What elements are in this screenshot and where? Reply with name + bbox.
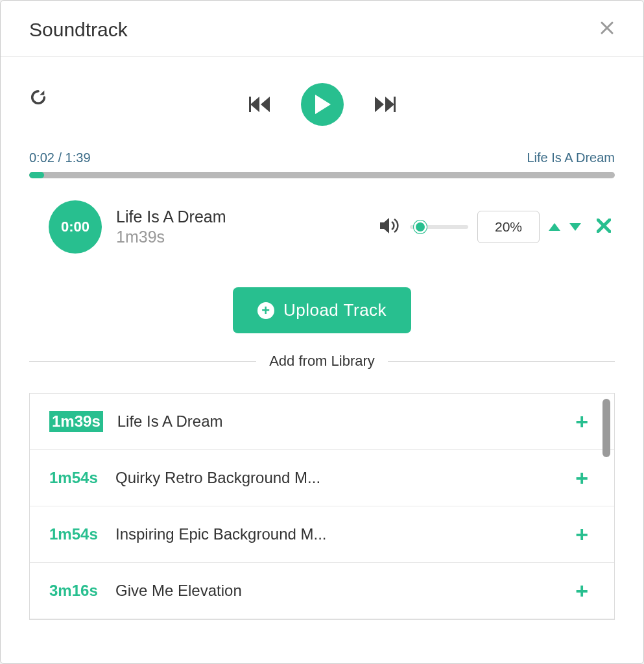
library-item[interactable]: 1m39s Life Is A Dream + [30, 394, 614, 450]
library-item-title: Life Is A Dream [117, 412, 561, 431]
volume-thumb[interactable] [414, 220, 427, 233]
library-heading: Add from Library [29, 353, 615, 370]
progress-fill [29, 172, 44, 178]
library-item-duration: 3m16s [49, 582, 101, 600]
add-track-icon[interactable]: + [575, 410, 588, 433]
skip-forward-icon[interactable] [374, 95, 396, 113]
library-item-title: Give Me Elevation [115, 582, 561, 600]
library-item[interactable]: 1m54s Quirky Retro Background M... + [30, 450, 614, 506]
library-item-duration: 1m54s [49, 469, 101, 487]
upload-track-label: Upload Track [283, 300, 387, 320]
library-item-title: Quirky Retro Background M... [115, 469, 561, 487]
close-icon[interactable] [599, 19, 615, 40]
current-track-row: 0:00 Life Is A Dream 1m39s [29, 200, 615, 254]
move-down-icon[interactable] [569, 223, 581, 231]
svg-rect-0 [249, 97, 251, 112]
volume-icon[interactable] [380, 217, 401, 237]
playback-time: 0:02 / 1:39 [29, 150, 91, 165]
skip-back-icon[interactable] [249, 95, 271, 113]
library-item[interactable]: 3m16s Give Me Elevation + [30, 563, 614, 619]
track-title: Life Is A Dream [116, 208, 226, 226]
library-item-title: Inspiring Epic Background M... [115, 525, 561, 543]
progress-bar[interactable] [29, 172, 615, 178]
track-duration: 1m39s [116, 228, 226, 246]
soundtrack-panel: Soundtrack 0:02 / 1:39 Life Is A Dream [0, 0, 644, 664]
track-start-time-badge[interactable]: 0:00 [49, 200, 102, 254]
reload-icon[interactable] [29, 88, 47, 109]
player-section: 0:02 / 1:39 Life Is A Dream 0:00 Life Is… [1, 57, 643, 333]
scrollbar-thumb[interactable] [602, 399, 610, 457]
now-playing-title: Life Is A Dream [527, 150, 615, 165]
volume-group [380, 211, 615, 243]
panel-header: Soundtrack [1, 1, 643, 57]
add-track-icon[interactable]: + [575, 523, 588, 545]
library-list[interactable]: 1m39s Life Is A Dream + 1m54s Quirky Ret… [29, 393, 615, 620]
time-row: 0:02 / 1:39 Life Is A Dream [29, 150, 615, 165]
transport-controls [29, 83, 615, 126]
svg-rect-1 [394, 97, 396, 112]
library-heading-label: Add from Library [269, 353, 375, 370]
play-button[interactable] [301, 83, 344, 126]
library-item-duration: 1m54s [49, 525, 101, 543]
volume-input[interactable] [477, 211, 540, 243]
panel-title: Soundtrack [29, 19, 128, 41]
volume-slider[interactable] [410, 225, 468, 229]
library-item-duration: 1m39s [49, 411, 103, 432]
library-item[interactable]: 1m54s Inspiring Epic Background M... + [30, 506, 614, 563]
track-info: Life Is A Dream 1m39s [116, 208, 226, 246]
add-track-icon[interactable]: + [575, 467, 588, 489]
upload-track-button[interactable]: + Upload Track [233, 287, 411, 333]
move-up-icon[interactable] [549, 223, 560, 231]
plus-circle-icon: + [257, 302, 274, 319]
remove-track-icon[interactable] [597, 217, 611, 237]
add-track-icon[interactable]: + [575, 580, 588, 602]
